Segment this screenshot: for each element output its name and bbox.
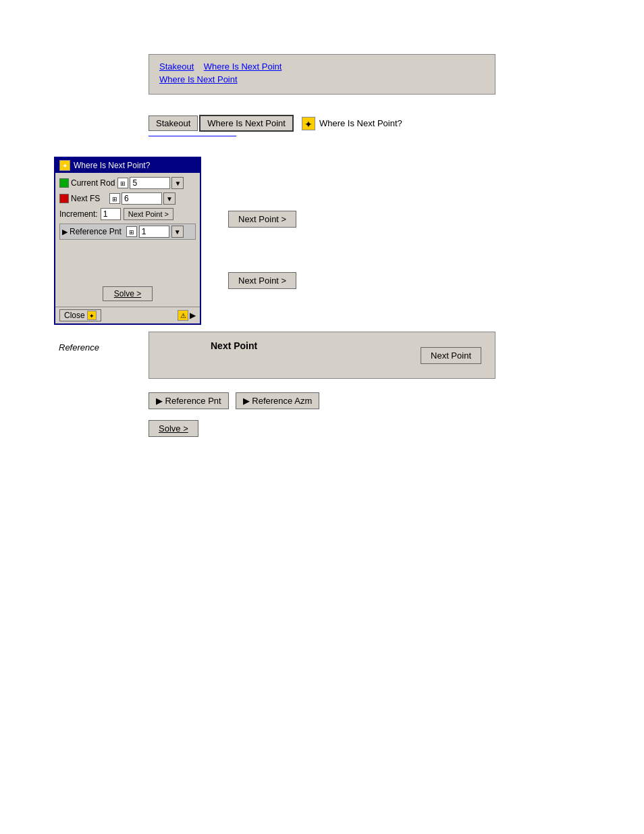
- ref-pnt-row: ▶ Reference Pnt ⊞ ▼: [59, 224, 196, 240]
- increment-input[interactable]: [101, 208, 121, 220]
- next-point-btn-dialog[interactable]: Next Point >: [124, 208, 173, 220]
- ref-pnt-bottom-btn[interactable]: ▶ Reference Pnt: [149, 392, 229, 409]
- where-is-next-link-banner[interactable]: Where Is Next Point: [204, 61, 282, 72]
- dialog-empty-area: [59, 243, 196, 284]
- ref-pnt-dropdown[interactable]: ▼: [171, 226, 184, 238]
- current-rod-label: Current Rod: [59, 178, 115, 188]
- current-rod-row: Current Rod ⊞ ▼: [59, 177, 196, 189]
- dialog-body: Current Rod ⊞ ▼ Next FS ⊞ ▼: [55, 173, 200, 307]
- solve-btn-dialog[interactable]: Solve >: [103, 286, 153, 301]
- ref-pnt-field-icon: ⊞: [126, 226, 137, 237]
- right-content: Next Point > Next Point >: [228, 157, 495, 325]
- current-rod-icon: [59, 178, 69, 188]
- next-fs-label: Next FS: [59, 194, 107, 203]
- ref-pnt-label: Reference Pnt: [70, 227, 122, 236]
- increment-row: Increment: Next Point >: [59, 208, 196, 220]
- tab-row: Stakeout Where Is Next Point ✦ Where Is …: [149, 115, 495, 132]
- next-fs-icon: [59, 194, 69, 203]
- ref-pnt-arrow-icon: ▶: [62, 228, 68, 236]
- where-is-next-page-title: Where Is Next Point?: [319, 118, 402, 128]
- reference-text: Reference: [59, 337, 99, 359]
- reference-label-area: Reference: [59, 337, 99, 359]
- where-is-next-tab[interactable]: Where Is Next Point: [199, 115, 294, 132]
- footer-arrow: ▶: [190, 311, 196, 320]
- solve-large-btn[interactable]: Solve >: [149, 420, 198, 437]
- next-fs-row: Next FS ⊞ ▼: [59, 192, 196, 205]
- next-point-btn-1[interactable]: Next Point >: [228, 211, 296, 228]
- dialog-title-text: Where Is Next Point?: [74, 161, 150, 170]
- next-point-btn-2[interactable]: Next Point >: [228, 272, 296, 289]
- next-point-btn-gray[interactable]: Next Point: [421, 347, 481, 364]
- warn-icon: ⚠: [178, 310, 188, 321]
- where-is-next-icon: ✦: [302, 117, 315, 130]
- next-fs-field-icon: ⊞: [109, 193, 120, 204]
- footer-right-area: ⚠ ▶: [178, 310, 196, 321]
- ref-azm-bottom-btn[interactable]: ▶ Reference Azm: [236, 392, 320, 409]
- tab-underline: [149, 136, 236, 136]
- stakeout-link[interactable]: Stakeout: [159, 61, 194, 72]
- dialog-title-icon: ✦: [59, 160, 70, 171]
- close-icon: ✦: [87, 311, 97, 320]
- current-rod-dropdown[interactable]: ▼: [171, 177, 184, 189]
- dialog-window: ✦ Where Is Next Point? Current Rod ⊞ ▼: [54, 157, 201, 325]
- dialog-titlebar: ✦ Where Is Next Point?: [55, 158, 200, 173]
- ref-pnt-input[interactable]: [139, 226, 169, 238]
- bottom-buttons: ▶ Reference Pnt ▶ Reference Azm: [149, 392, 495, 409]
- stakeout-tab[interactable]: Stakeout: [149, 115, 198, 131]
- increment-label: Increment:: [59, 209, 98, 219]
- top-banner: Stakeout Where Is Next Point Where Is Ne…: [149, 54, 495, 95]
- current-rod-field-icon: ⊞: [117, 178, 128, 188]
- current-rod-input[interactable]: [130, 177, 170, 189]
- current-rod-field-group: ⊞ ▼: [117, 177, 184, 189]
- close-label: Close: [64, 311, 85, 320]
- gray-box: Next Point: [149, 332, 495, 379]
- main-content: ✦ Where Is Next Point? Current Rod ⊞ ▼: [54, 157, 495, 325]
- close-button[interactable]: Close ✦: [59, 309, 101, 321]
- next-point-inline-label: Next Point: [211, 340, 257, 351]
- next-fs-input[interactable]: [122, 192, 162, 205]
- next-fs-dropdown[interactable]: ▼: [163, 192, 176, 205]
- dialog-footer: Close ✦ ⚠ ▶: [55, 307, 200, 323]
- where-is-next-link-line2[interactable]: Where Is Next Point: [159, 74, 238, 84]
- next-fs-field-group: ⊞ ▼: [109, 192, 176, 205]
